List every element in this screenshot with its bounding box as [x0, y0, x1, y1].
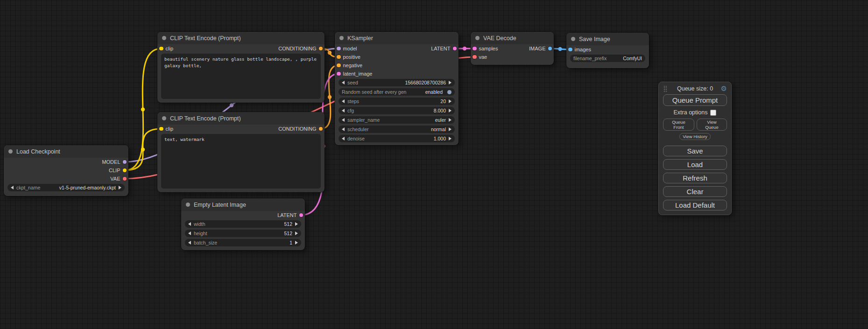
increment-arrow-icon[interactable]	[449, 137, 452, 140]
view-history-button[interactable]: View History	[679, 133, 711, 140]
queue-menu-panel[interactable]: ⣿ Queue size: 0 ⚙ Queue Prompt Extra opt…	[658, 82, 732, 215]
widget-scheduler[interactable]: scheduler normal	[339, 126, 455, 133]
prev-arrow-icon[interactable]	[342, 118, 345, 122]
output-slot-latent[interactable]: LATENT	[277, 212, 303, 218]
node-save-image[interactable]: Save Image images filename_prefix ComfyU…	[566, 33, 649, 68]
node-load-checkpoint[interactable]: Load Checkpoint MODEL CLIP VAE ckpt_name	[4, 145, 128, 196]
clip-port-icon[interactable]	[159, 47, 163, 51]
load-button[interactable]: Load	[663, 159, 727, 170]
increment-arrow-icon[interactable]	[295, 231, 298, 235]
node-clip-text-encode-positive[interactable]: CLIP Text Encode (Prompt) clip CONDITION…	[157, 32, 325, 103]
drag-handle-icon[interactable]: ⣿	[663, 85, 668, 91]
widget-steps[interactable]: steps 20	[339, 98, 455, 105]
clip-port-icon[interactable]	[123, 168, 127, 173]
clip-port-icon[interactable]	[159, 127, 163, 131]
widget-ckpt-name[interactable]: ckpt_name v1-5-pruned-emaonly.ckpt	[7, 184, 125, 191]
conditioning-port-icon[interactable]	[319, 127, 323, 131]
increment-arrow-icon[interactable]	[449, 81, 452, 84]
output-slot-vae[interactable]: VAE	[110, 176, 127, 182]
decrement-arrow-icon[interactable]	[342, 137, 345, 140]
prev-arrow-icon[interactable]	[11, 186, 14, 189]
output-slot-conditioning[interactable]: CONDITIONING	[278, 46, 323, 51]
toggle-dot-icon[interactable]	[447, 90, 452, 94]
widget-filename-prefix[interactable]: filename_prefix ComfyUI	[570, 55, 645, 62]
output-slot-clip[interactable]: CLIP	[109, 168, 127, 173]
widget-random-seed-toggle[interactable]: Random seed after every gen enabled	[339, 88, 455, 96]
view-queue-button[interactable]: View Queue	[697, 119, 727, 131]
input-slot-vae[interactable]: vae	[473, 54, 487, 60]
increment-arrow-icon[interactable]	[449, 109, 452, 112]
increment-arrow-icon[interactable]	[295, 241, 298, 245]
node-title-bar[interactable]: VAE Decode	[471, 32, 554, 44]
next-arrow-icon[interactable]	[119, 186, 121, 189]
widget-cfg[interactable]: cfg 8.000	[339, 107, 455, 114]
increment-arrow-icon[interactable]	[295, 222, 298, 226]
input-slot-images[interactable]: images	[568, 47, 591, 52]
widget-batch-size[interactable]: batch_size 1	[185, 239, 301, 246]
input-slot-negative[interactable]: negative	[337, 63, 362, 68]
collapse-dot-icon[interactable]	[162, 36, 166, 40]
collapse-dot-icon[interactable]	[339, 36, 344, 40]
prompt-text-input[interactable]: text, watermark	[161, 134, 321, 189]
load-default-button[interactable]: Load Default	[663, 200, 727, 210]
queue-prompt-button[interactable]: Queue Prompt	[663, 94, 727, 106]
output-slot-model[interactable]: MODEL	[102, 159, 127, 165]
refresh-button[interactable]: Refresh	[663, 173, 727, 183]
decrement-arrow-icon[interactable]	[342, 81, 345, 84]
decrement-arrow-icon[interactable]	[188, 231, 191, 235]
model-port-icon[interactable]	[337, 47, 341, 51]
collapse-dot-icon[interactable]	[8, 149, 13, 154]
latent-port-icon[interactable]	[299, 213, 303, 217]
decrement-arrow-icon[interactable]	[188, 222, 191, 226]
decrement-arrow-icon[interactable]	[342, 109, 345, 112]
extra-options-checkbox[interactable]	[710, 110, 716, 116]
collapse-dot-icon[interactable]	[475, 36, 480, 40]
node-title-bar[interactable]: Empty Latent Image	[181, 198, 305, 211]
node-title-bar[interactable]: KSampler	[335, 32, 459, 44]
latent-port-icon[interactable]	[453, 47, 457, 51]
conditioning-port-icon[interactable]	[319, 47, 323, 51]
output-slot-image[interactable]: IMAGE	[529, 46, 552, 51]
node-empty-latent-image[interactable]: Empty Latent Image LATENT width 512 heig…	[181, 198, 305, 250]
input-slot-clip[interactable]: clip	[159, 126, 173, 132]
image-port-icon[interactable]	[548, 47, 552, 51]
input-slot-latent-image[interactable]: latent_image	[337, 71, 373, 77]
node-title-bar[interactable]: CLIP Text Encode (Prompt)	[157, 32, 325, 44]
vae-port-icon[interactable]	[123, 177, 127, 181]
node-title-bar[interactable]: Save Image	[566, 33, 649, 45]
input-slot-samples[interactable]: samples	[473, 46, 498, 51]
widget-denoise[interactable]: denoise 1.000	[339, 135, 455, 142]
prompt-text-input[interactable]: beautiful scenery nature glass bottle la…	[161, 54, 321, 99]
decrement-arrow-icon[interactable]	[188, 241, 191, 245]
collapse-dot-icon[interactable]	[162, 116, 166, 120]
widget-sampler-name[interactable]: sampler_name euler	[339, 116, 455, 124]
increment-arrow-icon[interactable]	[449, 99, 452, 103]
next-arrow-icon[interactable]	[449, 118, 452, 122]
input-slot-model[interactable]: model	[337, 46, 357, 51]
widget-seed[interactable]: seed 156680208700286	[339, 79, 455, 86]
conditioning-port-icon[interactable]	[337, 63, 341, 68]
output-slot-conditioning[interactable]: CONDITIONING	[278, 126, 323, 132]
widget-height[interactable]: height 512	[185, 230, 301, 237]
latent-port-icon[interactable]	[337, 72, 341, 76]
queue-front-button[interactable]: Queue Front	[663, 119, 694, 131]
image-port-icon[interactable]	[568, 48, 572, 52]
input-slot-clip[interactable]: clip	[159, 46, 173, 51]
conditioning-port-icon[interactable]	[337, 55, 341, 59]
node-title-bar[interactable]: Load Checkpoint	[4, 145, 128, 158]
widget-width[interactable]: width 512	[185, 220, 301, 228]
clear-button[interactable]: Clear	[663, 186, 727, 197]
next-arrow-icon[interactable]	[449, 127, 452, 131]
latent-port-icon[interactable]	[473, 47, 477, 51]
node-title-bar[interactable]: CLIP Text Encode (Prompt)	[157, 112, 325, 125]
collapse-dot-icon[interactable]	[571, 37, 575, 41]
decrement-arrow-icon[interactable]	[342, 99, 345, 103]
node-canvas[interactable]: Load Checkpoint MODEL CLIP VAE ckpt_name	[0, 0, 868, 329]
collapse-dot-icon[interactable]	[186, 203, 190, 207]
input-slot-positive[interactable]: positive	[337, 54, 360, 60]
node-clip-text-encode-negative[interactable]: CLIP Text Encode (Prompt) clip CONDITION…	[157, 112, 325, 192]
node-vae-decode[interactable]: VAE Decode samples IMAGE vae	[471, 32, 554, 65]
settings-gear-icon[interactable]: ⚙	[721, 85, 727, 92]
output-slot-latent[interactable]: LATENT	[431, 46, 457, 51]
save-button[interactable]: Save	[663, 146, 727, 156]
